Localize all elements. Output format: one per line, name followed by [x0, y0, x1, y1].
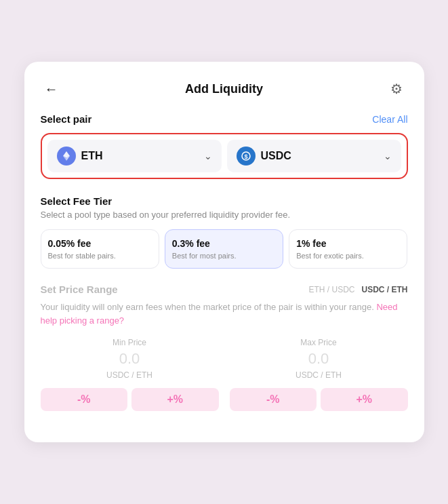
fee-option-1-desc: Best for most pairs. [172, 252, 276, 260]
fee-option-1-label: 0.3% fee [172, 238, 276, 249]
fee-tier-description: Select a pool type based on your preferr… [41, 210, 408, 220]
fee-option-2-desc: Best for exotic pairs. [296, 252, 400, 260]
price-tab-usdc-eth[interactable]: USDC / ETH [361, 285, 407, 294]
min-price-increase[interactable]: +% [131, 388, 219, 411]
token1-label: ETH [81, 150, 103, 162]
min-price-label: Min Price [113, 338, 146, 347]
svg-text:$: $ [244, 153, 247, 160]
pair-selector: ETH ⌄ $ USDC ⌄ [41, 133, 408, 179]
price-range-title: Set Price Range [41, 284, 118, 295]
token1-chevron: ⌄ [204, 151, 212, 161]
min-price-decrease[interactable]: -% [41, 388, 128, 411]
fee-option-0-label: 0.05% fee [48, 238, 152, 249]
min-price-buttons: -% +% [41, 388, 219, 411]
price-tab-eth-usdc[interactable]: ETH / USDC [308, 285, 354, 294]
min-price-unit: USDC / ETH [106, 370, 152, 380]
token2-label: USDC [261, 150, 291, 162]
max-price-unit: USDC / ETH [296, 370, 342, 380]
max-price-value: 0.0 [308, 350, 329, 368]
max-price-buttons: -% +% [230, 388, 408, 411]
clear-all-button[interactable]: Clear All [372, 114, 407, 125]
fee-option-1[interactable]: 0.3% fee Best for most pairs. [165, 229, 283, 269]
header: ← Add Liquidity ⚙ [41, 78, 408, 100]
main-card: ← Add Liquidity ⚙ Select pair Clear All … [24, 62, 424, 442]
pair-section-title: Select pair [41, 113, 92, 125]
min-price-box: Min Price 0.0 USDC / ETH -% +% [41, 338, 219, 411]
price-range-tabs: ETH / USDC USDC / ETH [308, 285, 407, 294]
token2-select[interactable]: $ USDC ⌄ [227, 140, 401, 172]
usdc-icon: $ [237, 147, 256, 166]
settings-button[interactable]: ⚙ [386, 78, 407, 100]
pair-section-header: Select pair Clear All [41, 113, 408, 125]
price-range-description: Your liquidity will only earn fees when … [41, 301, 408, 327]
price-inputs-row: Min Price 0.0 USDC / ETH -% +% Max Price… [41, 338, 408, 411]
token1-select[interactable]: ETH ⌄ [47, 140, 222, 172]
back-button[interactable]: ← [41, 78, 62, 100]
fee-options: 0.05% fee Best for stable pairs. 0.3% fe… [41, 229, 408, 269]
fee-tier-section: Select Fee Tier Select a pool type based… [41, 195, 408, 269]
max-price-increase[interactable]: +% [321, 388, 408, 411]
max-price-box: Max Price 0.0 USDC / ETH -% +% [230, 338, 408, 411]
min-price-value: 0.0 [119, 350, 140, 368]
eth-icon [57, 147, 76, 166]
fee-tier-title: Select Fee Tier [41, 195, 408, 207]
fee-option-2[interactable]: 1% fee Best for exotic pairs. [289, 229, 407, 269]
price-range-header: Set Price Range ETH / USDC USDC / ETH [41, 284, 408, 295]
fee-option-0-desc: Best for stable pairs. [48, 252, 152, 260]
max-price-label: Max Price [300, 338, 336, 347]
token2-chevron: ⌄ [384, 151, 392, 161]
price-range-section: Set Price Range ETH / USDC USDC / ETH Yo… [41, 284, 408, 411]
page-title: Add Liquidity [185, 82, 263, 96]
max-price-decrease[interactable]: -% [230, 388, 317, 411]
fee-option-0[interactable]: 0.05% fee Best for stable pairs. [41, 229, 159, 269]
fee-option-2-label: 1% fee [296, 238, 400, 249]
